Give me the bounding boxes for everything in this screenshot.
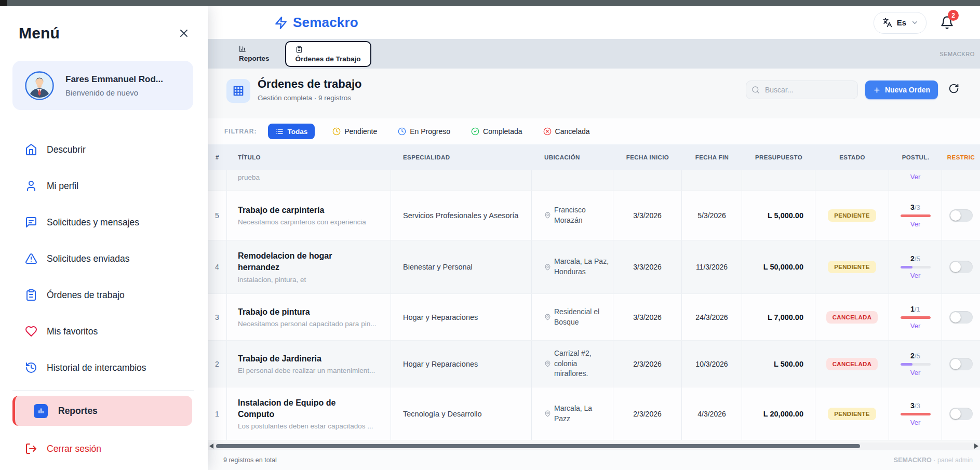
clock-icon: [398, 127, 406, 136]
status-cell: PENDIENTE: [815, 387, 889, 440]
search-input[interactable]: [764, 85, 844, 95]
sidebar-item-historial-de-intercambios[interactable]: Historial de intercambios: [0, 350, 208, 386]
end-date-cell: 4/3/2026: [682, 387, 742, 440]
location-text: Francisco Morazán: [554, 205, 609, 225]
restriction-toggle[interactable]: [949, 311, 973, 324]
sidebar-item-reportes[interactable]: Reportes: [12, 396, 192, 426]
sidebar-item-logout[interactable]: Cerrar sesión: [0, 434, 208, 463]
view-applicants-link[interactable]: Ver: [910, 369, 921, 377]
new-order-button[interactable]: Nueva Orden: [865, 80, 938, 99]
profile-welcome: Bienvenido de nuevo: [65, 88, 163, 97]
specialty-cell: Hogar y Reparaciones: [391, 341, 532, 387]
close-icon[interactable]: [178, 27, 190, 39]
table-row: 2Trabajo de JardineriaEl personal debe r…: [208, 341, 980, 387]
sidebar-nav: DescubrirMi perfilSolicitudes y mensajes…: [0, 131, 208, 426]
end-date-cell: 24/3/2026: [682, 294, 742, 340]
clipboard-icon: [296, 46, 303, 53]
title-cell: prueba: [227, 170, 391, 190]
sidebar-divider: [12, 390, 194, 391]
restriction-toggle[interactable]: [949, 408, 973, 420]
column-header-estado: ESTADO: [815, 154, 889, 160]
notifications-button[interactable]: 2: [940, 16, 954, 30]
sidebar-item-solicitudes-y-mensajes[interactable]: Solicitudes y mensajes: [0, 204, 208, 240]
column-header-presupuesto: PRESUPUESTO: [742, 154, 815, 160]
filter-todas[interactable]: Todas: [268, 124, 315, 139]
order-title: Remodelacion de hogar hernandez: [238, 250, 363, 273]
horizontal-scrollbar[interactable]: [208, 442, 980, 450]
message-icon: [25, 216, 37, 229]
toggle-knob: [950, 210, 961, 221]
table-row: 5Trabajo de carpinteríaNecesitamos carpi…: [208, 191, 980, 240]
profile-card[interactable]: Fares Emmanuel Rod... Bienvenido de nuev…: [12, 61, 193, 110]
title-cell: Remodelacion de hogar hernandezinstalaci…: [227, 240, 391, 293]
map-pin-icon: [544, 360, 551, 367]
end-date-cell: 11/3/2026: [682, 240, 742, 293]
sidebar-item-descubrir[interactable]: Descubrir: [0, 131, 208, 168]
view-applicants-link[interactable]: Ver: [910, 173, 921, 181]
order-title: Trabajo de carpintería: [238, 205, 324, 216]
sidebar-item-label: Solicitudes enviadas: [47, 253, 130, 264]
view-applicants-link[interactable]: Ver: [910, 220, 921, 228]
status-cell: [815, 170, 889, 190]
view-applicants-link[interactable]: Ver: [910, 272, 921, 279]
sidebar-item-label: Órdenes de trabajo: [47, 290, 125, 301]
sidebar-item-label: Solicitudes y mensajes: [47, 217, 139, 228]
app-logo[interactable]: Semackro: [274, 6, 358, 39]
status-badge: PENDIENTE: [828, 209, 876, 222]
list-icon: [275, 127, 284, 136]
start-date-cell: 3/3/2026: [613, 191, 682, 240]
column-header-fecha-inicio: FECHA INICIO: [613, 154, 682, 160]
sidebar-item-ordenes-de-trabajo[interactable]: Órdenes de trabajo: [0, 277, 208, 313]
filter-en-progreso[interactable]: En Progreso: [395, 127, 453, 136]
restriction-toggle[interactable]: [949, 261, 973, 273]
refresh-icon[interactable]: [948, 83, 959, 94]
tab-label: Reportes: [239, 55, 270, 62]
filter-cancelada[interactable]: Cancelada: [540, 127, 593, 136]
location-cell: Francisco Morazán: [532, 191, 613, 240]
budget-cell: L 500.00: [742, 341, 815, 387]
order-subtitle: Necesitamos personal capacitado para pin…: [238, 320, 376, 328]
applicants-count: 3/3: [910, 401, 920, 410]
tab-reportes[interactable]: Reportes: [231, 39, 278, 69]
scroll-right-arrow[interactable]: [974, 444, 978, 449]
status-badge: PENDIENTE: [828, 408, 876, 420]
check-circle-icon: [471, 127, 479, 136]
row-subtitle: prueba: [238, 173, 260, 181]
scroll-left-arrow[interactable]: [209, 444, 213, 449]
column-header-especialidad: ESPECIALIDAD: [391, 154, 532, 160]
order-title: Instalacion de Equipo de Computo: [238, 397, 363, 420]
filter-bar: FILTRAR: TodasPendienteEn ProgresoComple…: [208, 118, 980, 144]
order-subtitle: Necesitamos carpinteros con experiencia: [238, 218, 366, 226]
filter-pendiente[interactable]: Pendiente: [329, 127, 380, 136]
sidebar-item-mi-perfil[interactable]: Mi perfil: [0, 168, 208, 204]
page-header: Órdenes de trabajo Gestión completa · 9 …: [208, 69, 980, 118]
location-cell: Marcala, La Paz, Honduras: [532, 240, 613, 293]
applicants-count: 2/5: [910, 352, 920, 360]
sidebar-item-solicitudes-enviadas[interactable]: Solicitudes enviadas: [0, 240, 208, 277]
budget-cell: L 7,000.00: [742, 294, 815, 340]
tab-ordenes-de-trabajo[interactable]: Órdenes de Trabajo: [285, 41, 371, 67]
filter-completada[interactable]: Completada: [468, 127, 526, 136]
restriction-toggle[interactable]: [949, 209, 973, 222]
end-date-cell: [682, 170, 742, 190]
sidebar-item-mis-favoritos[interactable]: Mis favoritos: [0, 313, 208, 350]
page-title: Órdenes de trabajo: [258, 77, 362, 91]
clipboard-icon: [25, 289, 37, 301]
applicants-cell: Ver: [889, 170, 942, 190]
applicants-cell: 1/1Ver: [889, 294, 942, 340]
tab-bar: ReportesÓrdenes de Trabajo SEMACKRO: [208, 39, 980, 69]
orders-table: #TÍTULOESPECIALIDADUBICACIÓNFECHA INICIO…: [208, 144, 980, 440]
restriction-toggle[interactable]: [949, 358, 973, 370]
language-selector[interactable]: Es: [874, 12, 927, 34]
footer-brand: SEMACKRO · panel admin: [894, 456, 973, 464]
toggle-knob: [950, 262, 961, 272]
location-cell: Residencial el Bosque: [532, 294, 613, 340]
view-applicants-link[interactable]: Ver: [910, 322, 921, 330]
scrollbar-thumb[interactable]: [216, 444, 860, 448]
end-date-cell: 10/3/2026: [682, 341, 742, 387]
clock-icon: [332, 127, 341, 136]
view-applicants-link[interactable]: Ver: [910, 419, 921, 426]
column-header-num: #: [208, 154, 227, 160]
main-area: Semackro Es 2 ReportesÓrdenes de Trabajo: [208, 6, 980, 470]
restriction-cell: [942, 191, 980, 240]
